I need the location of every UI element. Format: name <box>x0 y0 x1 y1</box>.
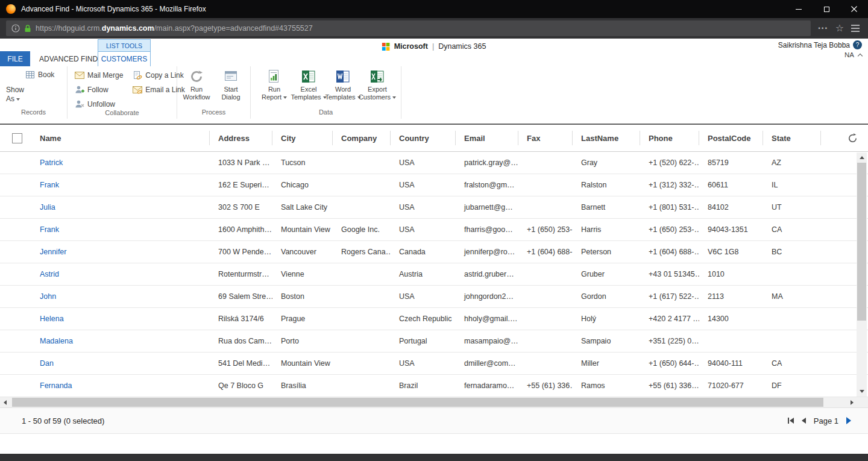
grid-cell: Qe 7 Bloco G <box>210 381 272 390</box>
grid-cell: Rua dos Cam… <box>210 337 272 345</box>
column-header-country[interactable]: Country <box>391 131 456 145</box>
table-row[interactable]: Frank1600 Amphith…Mountain ViewGoogle In… <box>0 219 868 241</box>
url-bar[interactable]: https://hdpguid.crm.dynamics.com/main.as… <box>6 20 811 36</box>
record-link[interactable]: Helena <box>40 315 64 323</box>
vertical-scroll-thumb[interactable] <box>857 163 866 321</box>
unfollow-button[interactable]: Unfollow <box>75 99 123 109</box>
tab-advanced-find[interactable]: ADVANCED FIND <box>30 51 107 66</box>
maximize-button[interactable] <box>813 0 840 18</box>
table-row[interactable]: FernandaQe 7 Bloco GBrasíliaBrazilfernad… <box>0 375 868 397</box>
word-templates-button[interactable]: Word Templates <box>326 69 360 101</box>
org-selector[interactable]: NA <box>778 51 862 58</box>
excel-templates-button[interactable]: Excel Templates <box>292 69 326 101</box>
record-link[interactable]: Julia <box>40 203 55 212</box>
name-cell: Astrid <box>31 270 210 278</box>
refresh-icon[interactable] <box>847 133 858 144</box>
column-header-name[interactable]: Name <box>31 131 210 145</box>
row-select-cell[interactable] <box>0 196 31 218</box>
table-row[interactable]: John69 Salem Stre…BostonUSAjohngordon2…G… <box>0 286 868 308</box>
grid-cell: Ramos <box>573 381 640 390</box>
row-select-cell[interactable] <box>0 152 31 174</box>
grid-cell: +1 (312) 332-… <box>640 181 699 189</box>
column-header-address[interactable]: Address <box>210 131 272 145</box>
column-header-company[interactable]: Company <box>333 131 391 145</box>
record-link[interactable]: Jennifer <box>40 248 66 256</box>
row-select-cell[interactable] <box>0 219 31 240</box>
follow-button[interactable]: Follow <box>75 85 123 95</box>
scroll-down-button[interactable] <box>857 386 867 397</box>
record-link[interactable]: Madalena <box>40 337 73 345</box>
row-select-cell[interactable] <box>0 286 31 307</box>
book-button[interactable]: Book <box>25 70 54 80</box>
row-select-cell[interactable] <box>0 375 31 397</box>
table-row[interactable]: Frank162 E Superi…ChicagoUSAfralston@gm…… <box>0 174 868 196</box>
column-header-fax[interactable]: Fax <box>518 131 573 145</box>
mail-merge-button[interactable]: Mail Merge <box>75 71 123 80</box>
export-customers-button[interactable]: Export Customers <box>360 69 395 101</box>
tab-customers[interactable]: CUSTOMERS <box>98 52 150 66</box>
record-link[interactable]: Frank <box>40 225 59 234</box>
column-header-postalcode[interactable]: PostalCode <box>699 131 763 145</box>
window-titlebar: Advanced Find - Microsoft Dynamics 365 -… <box>0 0 868 18</box>
url-prefix: https://hdpguid.crm. <box>36 24 102 33</box>
record-link[interactable]: Frank <box>40 181 59 189</box>
table-row[interactable]: Jennifer700 W Pende…VancouverRogers Cana… <box>0 241 868 263</box>
user-name[interactable]: Saikrishna Teja Bobba <box>778 41 850 49</box>
scroll-right-button[interactable] <box>847 397 857 407</box>
record-link[interactable]: John <box>40 292 56 301</box>
ribbon-group-process: Run Workflow Start Dialog Process <box>177 66 251 119</box>
page-actions-icon[interactable]: ··· <box>818 25 828 31</box>
excel-icon <box>301 69 316 84</box>
next-page-button[interactable] <box>846 417 851 424</box>
row-select-cell[interactable] <box>0 174 31 196</box>
run-report-button[interactable]: Run Report <box>257 69 292 101</box>
microsoft-logo-icon <box>382 43 390 51</box>
row-select-cell[interactable] <box>0 308 31 330</box>
close-button[interactable] <box>840 0 868 18</box>
site-info-icon[interactable] <box>11 24 20 33</box>
scroll-up-button[interactable] <box>857 152 867 163</box>
show-as-button[interactable]: Show As <box>6 86 24 104</box>
table-row[interactable]: HelenaRilská 3174/6PragueCzech Republich… <box>0 308 868 330</box>
horizontal-scroll-track[interactable] <box>10 397 847 407</box>
help-icon[interactable]: ? <box>853 40 862 49</box>
record-link[interactable]: Astrid <box>40 270 59 278</box>
https-lock-icon[interactable] <box>24 24 31 33</box>
select-all-checkbox[interactable] <box>12 133 22 143</box>
word-icon <box>335 69 351 84</box>
horizontal-scrollbar[interactable] <box>0 397 868 407</box>
menu-icon[interactable] <box>851 25 862 32</box>
first-page-button[interactable] <box>788 418 794 424</box>
record-link[interactable]: Fernanda <box>40 381 72 390</box>
vertical-scrollbar[interactable] <box>857 152 867 397</box>
minimize-button[interactable] <box>785 0 813 18</box>
column-header-city[interactable]: City <box>272 131 333 145</box>
tab-file[interactable]: FILE <box>0 51 30 66</box>
horizontal-scroll-thumb[interactable] <box>12 398 823 407</box>
record-link[interactable]: Patrick <box>40 158 63 167</box>
column-header-state[interactable]: State <box>763 131 821 145</box>
excel-templates-line1: Excel <box>301 86 317 93</box>
brand: Microsoft | Dynamics 365 <box>382 42 486 51</box>
bookmark-star-icon[interactable]: ☆ <box>835 24 844 33</box>
row-select-cell[interactable] <box>0 263 31 285</box>
table-row[interactable]: MadalenaRua dos Cam…PortoPortugalmasampa… <box>0 330 868 353</box>
row-select-cell[interactable] <box>0 330 31 352</box>
column-header-phone[interactable]: Phone <box>640 131 699 145</box>
table-row[interactable]: Julia302 S 700 ESalt Lake CityUSAjubarne… <box>0 196 868 219</box>
record-link[interactable]: Dan <box>40 359 54 368</box>
product-name: Dynamics 365 <box>438 42 486 51</box>
start-dialog-button[interactable]: Start Dialog <box>214 69 248 101</box>
row-select-cell[interactable] <box>0 241 31 263</box>
ribbon-group-records: Book Show As Records <box>0 66 68 119</box>
scroll-left-button[interactable] <box>0 397 10 407</box>
run-workflow-button[interactable]: Run Workflow <box>180 69 214 101</box>
table-row[interactable]: Patrick1033 N Park …TucsonUSApatrick.gra… <box>0 152 868 174</box>
unfollow-icon <box>75 99 84 109</box>
column-header-email[interactable]: Email <box>456 131 518 145</box>
row-select-cell[interactable] <box>0 353 31 374</box>
table-row[interactable]: Dan541 Del Medi…Mountain ViewUSAdmiller@… <box>0 353 868 375</box>
column-header-lastname[interactable]: LastName <box>573 131 640 145</box>
previous-page-button[interactable] <box>802 418 806 424</box>
table-row[interactable]: AstridRotenturmstr…VienneAustriaastrid.g… <box>0 263 868 286</box>
